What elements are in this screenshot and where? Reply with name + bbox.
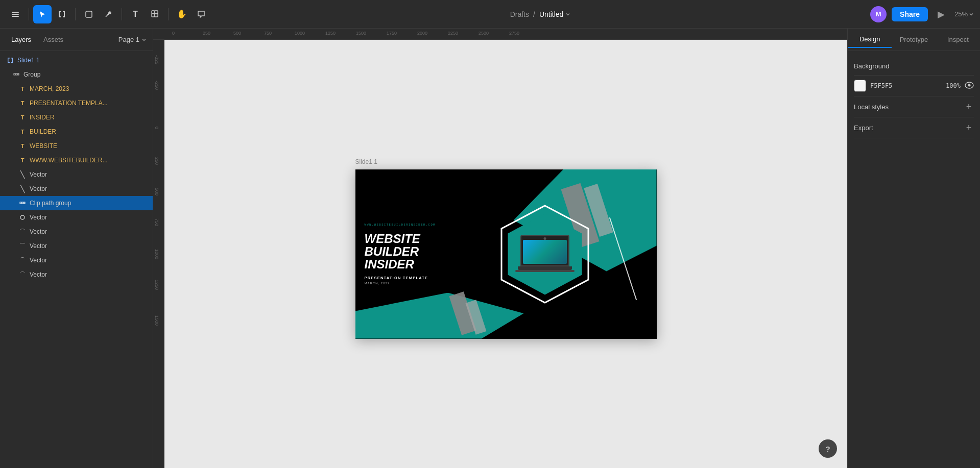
cursor-tool-button[interactable] — [33, 5, 52, 23]
play-button[interactable]: ▶ — [933, 6, 949, 22]
layer-label-march2023: MARCH, 2023 — [30, 85, 69, 92]
avatar[interactable]: M — [870, 6, 887, 22]
slide-frame[interactable]: WWW.WEBSITEBUILDERINSIDER.COM WEBSITE BU… — [355, 169, 657, 339]
breadcrumb: Drafts / Untitled — [510, 10, 571, 18]
page-selector-label: Page 1 — [118, 36, 139, 43]
ruler-tick-v-1000: 1000 — [154, 249, 159, 259]
visibility-toggle-icon[interactable] — [965, 82, 974, 90]
layer-item-vector5[interactable]: ⌒ Vector — [0, 239, 153, 253]
layer-item-vector6[interactable]: ⌒ Vector — [0, 253, 153, 267]
tab-inspect[interactable]: Inspect — [936, 32, 980, 47]
svg-point-27 — [20, 215, 25, 219]
svg-rect-19 — [8, 58, 9, 63]
ruler-tick-v-250: 250 — [154, 157, 159, 165]
canvas-area[interactable]: 0 250 500 750 1000 1250 1500 1750 2000 2… — [153, 29, 847, 468]
laptop-bottom — [515, 270, 575, 272]
layer-label-website: WEBSITE — [30, 142, 57, 150]
layer-item-vector7[interactable]: ⌒ Vector — [0, 267, 153, 282]
export-label: Export — [854, 124, 873, 132]
tab-assets[interactable]: Assets — [38, 33, 68, 46]
text-tool-button[interactable]: T — [126, 5, 145, 23]
ruler-tick-1750: 1750 — [387, 31, 397, 36]
layer-item-vector1[interactable]: ╲ Vector — [0, 167, 153, 182]
layer-item-vector4[interactable]: ⌒ Vector — [0, 225, 153, 239]
breadcrumb-parent[interactable]: Drafts — [510, 10, 529, 18]
ruler-tick-v-0: 0 — [154, 127, 159, 129]
layer-item-website[interactable]: T WEBSITE — [0, 139, 153, 153]
slide-main-title: WEBSITE BUILDER INSIDER — [365, 232, 436, 271]
svg-rect-12 — [155, 14, 158, 17]
local-styles-add-button[interactable]: + — [964, 102, 974, 112]
background-color-hex[interactable]: F5F5F5 — [870, 82, 942, 89]
layer-item-prestemp[interactable]: T PRESENTATION TEMPLA... — [0, 96, 153, 110]
export-section: Export + — [854, 117, 974, 138]
layer-item-group[interactable]: Group — [0, 67, 153, 82]
layer-item-vector3[interactable]: Vector — [0, 210, 153, 225]
ruler-tick-1250: 1250 — [325, 31, 336, 36]
svg-rect-23 — [18, 73, 19, 75]
pen-tool-button[interactable] — [99, 5, 117, 23]
layer-label-slide1: Slide1 1 — [17, 57, 39, 64]
layer-item-vector2[interactable]: ╲ Vector — [0, 182, 153, 196]
panel-tabs: Layers Assets Page 1 — [0, 29, 153, 51]
background-color-swatch[interactable] — [854, 80, 866, 92]
layer-label-group: Group — [23, 71, 40, 78]
svg-rect-25 — [22, 202, 23, 204]
page-selector[interactable]: Page 1 — [118, 36, 147, 43]
svg-rect-21 — [14, 73, 15, 75]
toolbar-center: Drafts / Untitled — [213, 10, 867, 18]
main-area: Layers Assets Page 1 Slide1 1 — [0, 29, 980, 468]
toolbar: T ✋ Drafts / Untitled M Share ▶ 25% — [0, 0, 980, 29]
export-add-button[interactable]: + — [964, 122, 974, 133]
layer-item-slide1[interactable]: Slide1 1 — [0, 53, 153, 67]
layer-item-clippath[interactable]: Clip path group — [0, 196, 153, 210]
svg-rect-0 — [12, 12, 19, 13]
text-icon-5: T — [18, 142, 27, 150]
laptop-base — [518, 266, 572, 270]
tab-prototype[interactable]: Prototype — [892, 32, 936, 47]
hand-tool-button[interactable]: ✋ — [173, 5, 191, 23]
ruler-tick-v-1500: 1500 — [154, 315, 159, 326]
toolbar-left-tools: T ✋ — [6, 5, 210, 23]
tab-layers[interactable]: Layers — [6, 33, 36, 46]
svg-rect-11 — [152, 14, 155, 17]
frame-tool-button[interactable] — [53, 5, 71, 23]
layer-item-insider[interactable]: T INSIDER — [0, 110, 153, 125]
background-opacity[interactable]: 100% — [946, 82, 961, 89]
ruler-tick-v-750: 750 — [154, 218, 159, 226]
ruler-top: 0 250 500 750 1000 1250 1500 1750 2000 2… — [153, 29, 847, 40]
local-styles-section: Local styles + — [854, 96, 974, 117]
svg-rect-14 — [155, 11, 158, 14]
layer-item-builder[interactable]: T BUILDER — [0, 125, 153, 139]
layer-item-www[interactable]: T WWW.WEBSITEBUILDER... — [0, 153, 153, 167]
main-menu-button[interactable] — [6, 5, 25, 23]
svg-rect-8 — [64, 11, 65, 17]
ruler-tick-750: 750 — [264, 31, 272, 36]
zoom-control[interactable]: 25% — [954, 10, 974, 18]
shape-tool-button[interactable] — [80, 5, 98, 23]
tab-design[interactable]: Design — [848, 31, 892, 48]
share-button[interactable]: Share — [892, 7, 928, 21]
background-color-row: F5F5F5 100% — [854, 76, 974, 96]
layer-label-vector1: Vector — [30, 171, 47, 178]
layer-label-vector5: Vector — [30, 242, 47, 250]
ruler-tick-v-500: 500 — [154, 188, 159, 195]
svg-rect-9 — [86, 11, 92, 17]
text-icon-1: T — [18, 85, 27, 93]
background-label: Background — [854, 62, 889, 70]
breadcrumb-current[interactable]: Untitled — [539, 10, 570, 18]
vector-icon-5: ⌒ — [18, 242, 27, 250]
comment-tool-button[interactable] — [192, 5, 210, 23]
breadcrumb-separator: / — [533, 10, 535, 18]
help-button[interactable]: ? — [819, 439, 837, 458]
svg-rect-26 — [24, 202, 25, 204]
canvas-content: Slide1 1 — [164, 40, 847, 468]
layer-item-march2023[interactable]: T MARCH, 2023 — [0, 82, 153, 96]
vector-icon-6: ⌒ — [18, 256, 27, 264]
slide-subtitle: PRESENTATION TEMPLATE — [365, 276, 436, 280]
slide-laptop — [514, 235, 576, 272]
components-tool-button[interactable] — [146, 5, 164, 23]
group-icon — [12, 70, 20, 79]
ruler-tick-v-neg325: -325 — [154, 55, 159, 64]
vector-icon-2: ╲ — [18, 185, 27, 193]
